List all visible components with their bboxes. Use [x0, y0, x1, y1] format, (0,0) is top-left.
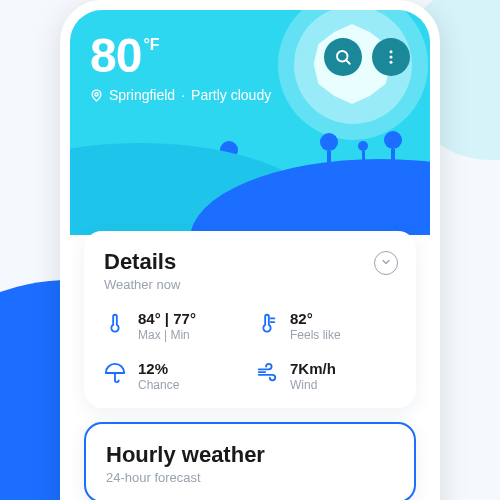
- location-name: Springfield: [109, 87, 175, 103]
- metric-wind-value: 7Km/h: [290, 360, 336, 377]
- search-button[interactable]: [324, 38, 362, 76]
- svg-point-3: [390, 50, 393, 53]
- metric-wind-label: Wind: [290, 378, 336, 392]
- metric-feelslike-value: 82°: [290, 310, 341, 327]
- wind-icon: [256, 360, 278, 388]
- metric-feelslike: 82° Feels like: [256, 310, 396, 342]
- metric-maxmin-value: 84° | 77°: [138, 310, 196, 327]
- details-card: Details Weather now 84° | 77° Max | Min: [84, 231, 416, 408]
- more-vertical-icon: [382, 48, 400, 66]
- weather-condition: Partly cloudy: [191, 87, 271, 103]
- metric-feelslike-label: Feels like: [290, 328, 341, 342]
- metric-maxmin-label: Max | Min: [138, 328, 196, 342]
- header-actions: [324, 38, 410, 76]
- hourly-title: Hourly weather: [106, 442, 394, 468]
- temperature-unit: °F: [141, 28, 159, 54]
- metric-chance: 12% Chance: [104, 360, 244, 392]
- svg-point-0: [95, 92, 98, 95]
- search-icon: [334, 48, 352, 66]
- umbrella-icon: [104, 360, 126, 388]
- hourly-card[interactable]: Hourly weather 24-hour forecast: [84, 422, 416, 500]
- details-subtitle: Weather now: [104, 277, 396, 292]
- more-button[interactable]: [372, 38, 410, 76]
- chevron-down-icon: [380, 254, 392, 272]
- location-separator: ·: [181, 87, 185, 103]
- svg-point-4: [390, 56, 393, 59]
- weather-header: 80 °F Springfield · Partly cloudy: [70, 10, 430, 235]
- svg-line-2: [346, 60, 349, 63]
- hourly-subtitle: 24-hour forecast: [106, 470, 394, 485]
- thermometer-sun-icon: [256, 310, 278, 338]
- metrics-grid: 84° | 77° Max | Min 82° Feels like: [104, 310, 396, 392]
- location-pin-icon: [90, 89, 103, 102]
- metric-chance-value: 12%: [138, 360, 179, 377]
- tree-illustration: [358, 141, 368, 161]
- metric-chance-label: Chance: [138, 378, 179, 392]
- metric-wind: 7Km/h Wind: [256, 360, 396, 392]
- thermometer-icon: [104, 310, 126, 338]
- svg-point-5: [390, 61, 393, 64]
- details-title: Details: [104, 249, 396, 275]
- metric-maxmin: 84° | 77° Max | Min: [104, 310, 244, 342]
- expand-button[interactable]: [374, 251, 398, 275]
- temperature-value: 80: [90, 28, 141, 83]
- phone-frame: 80 °F Springfield · Partly cloudy: [60, 0, 440, 500]
